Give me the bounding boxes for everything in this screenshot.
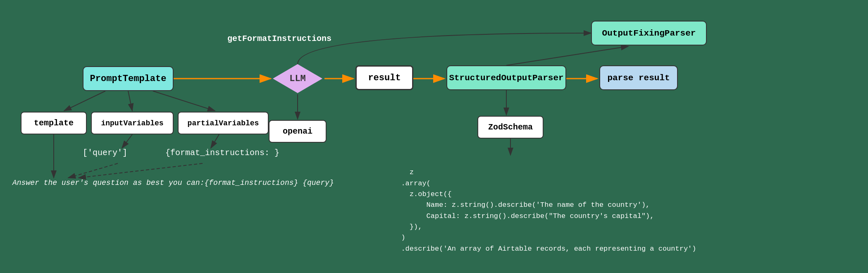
svg-line-14 xyxy=(79,163,203,178)
output-fixing-parser-label: OutputFixingParser xyxy=(602,29,696,38)
zod-schema-node: ZodSchema xyxy=(477,116,544,139)
prompt-template-label: PromptTemplate xyxy=(90,74,167,84)
svg-line-11 xyxy=(122,134,132,148)
query-value: ['query'] xyxy=(83,148,127,158)
openai-label: openai xyxy=(283,127,312,136)
zod-schema-label: ZodSchema xyxy=(488,122,533,132)
svg-line-13 xyxy=(68,163,118,178)
template-label: template xyxy=(34,118,74,128)
input-variables-label: inputVariables xyxy=(101,119,163,127)
structured-output-parser-node: StructuredOutputParser xyxy=(446,65,566,90)
svg-line-9 xyxy=(153,91,215,111)
parse-result-label: parse result xyxy=(607,73,670,83)
svg-line-12 xyxy=(211,134,219,148)
prompt-template-node: PromptTemplate xyxy=(83,66,174,91)
parse-result-node: parse result xyxy=(599,65,678,90)
partial-variables-label: partialVariables xyxy=(188,119,259,127)
template-text: Answer the user's question as best you c… xyxy=(12,179,334,187)
svg-line-8 xyxy=(128,91,132,111)
input-variables-node: inputVariables xyxy=(91,112,174,134)
template-node: template xyxy=(21,112,87,134)
openai-node: openai xyxy=(269,120,327,143)
partial-variables-node: partialVariables xyxy=(178,112,269,134)
result-label: result xyxy=(368,73,401,83)
get-format-instructions-label: getFormatInstructions xyxy=(227,34,331,43)
svg-line-17 xyxy=(506,46,628,65)
format-instructions-value: {format_instructions: } xyxy=(165,148,279,158)
output-fixing-parser-node: OutputFixingParser xyxy=(591,21,707,46)
svg-line-7 xyxy=(64,91,105,111)
llm-diamond xyxy=(273,64,322,93)
structured-output-parser-label: StructuredOutputParser xyxy=(449,73,563,83)
zod-code-block: z .array( z.object({ Name: z.string().de… xyxy=(393,156,696,265)
result-node: result xyxy=(355,65,413,90)
